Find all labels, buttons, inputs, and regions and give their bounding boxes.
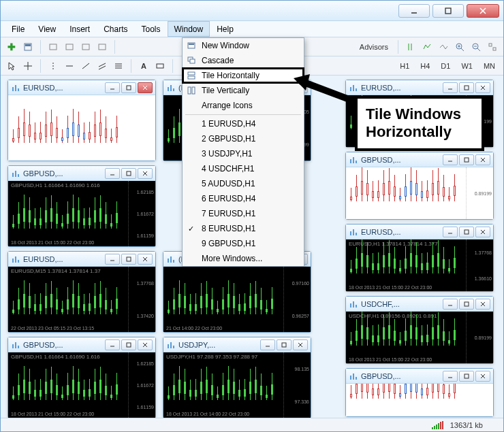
- indicator-btn-1[interactable]: [404, 40, 418, 54]
- tool-button-1[interactable]: [46, 40, 60, 54]
- chart-icon: [349, 155, 358, 165]
- tf-mn[interactable]: MN: [479, 62, 499, 70]
- dd-tile-vertically[interactable]: Tile Vertically: [183, 83, 304, 98]
- menu-window[interactable]: Window: [168, 21, 210, 37]
- chart-maximize-button[interactable]: [459, 227, 474, 237]
- zoom-in-button[interactable]: [453, 40, 467, 54]
- chart-close-button[interactable]: [475, 299, 490, 310]
- menu-help[interactable]: Help: [210, 21, 240, 37]
- indicator-btn-2[interactable]: [420, 40, 434, 54]
- chart-minimize-button[interactable]: [105, 339, 120, 350]
- chart-maximize-button[interactable]: [459, 299, 474, 310]
- tool-button-2[interactable]: [63, 40, 76, 54]
- close-button[interactable]: [467, 4, 499, 18]
- tf-d1[interactable]: D1: [437, 62, 454, 70]
- menu-insert[interactable]: Insert: [63, 21, 97, 37]
- dd-win-5[interactable]: 5 AUDUSD,H1: [183, 176, 304, 191]
- dd-win-9[interactable]: 9 GBPUSD,H1: [183, 236, 304, 251]
- zoom-out-button[interactable]: [469, 40, 483, 54]
- dd-win-7[interactable]: 7 EURUSD,H1: [183, 206, 304, 221]
- chart-maximize-button[interactable]: [121, 82, 136, 93]
- chart-minimize-button[interactable]: [105, 254, 120, 265]
- dd-tile-horizontally[interactable]: Tile Horizontally: [183, 68, 304, 83]
- trendline-tool[interactable]: [79, 59, 93, 73]
- chart-window[interactable]: GBPUSD,...GBPUSD,H1 1.61664 1.61690 1.61…: [7, 337, 156, 418]
- price-scale: 0.89199: [466, 312, 492, 363]
- minimize-button[interactable]: [398, 4, 430, 18]
- chart-close-button[interactable]: [475, 154, 490, 165]
- chart-minimize-button[interactable]: [443, 154, 458, 165]
- crosshair-tool[interactable]: [21, 59, 35, 73]
- tf-w1[interactable]: W1: [457, 62, 477, 70]
- chart-close-button[interactable]: [475, 227, 490, 237]
- chart-close-button[interactable]: [475, 371, 490, 382]
- menu-tools[interactable]: Tools: [135, 21, 168, 37]
- chart-maximize-button[interactable]: [459, 82, 474, 93]
- chart-maximize-button[interactable]: [121, 254, 136, 265]
- svg-rect-103: [350, 303, 351, 308]
- chart-maximize-button[interactable]: [121, 168, 136, 179]
- tool-button-ex[interactable]: [486, 40, 499, 54]
- svg-marker-126: [294, 74, 310, 90]
- menu-file[interactable]: File: [5, 21, 31, 37]
- new-chart-button[interactable]: ✚: [5, 40, 18, 54]
- expert-advisors-label[interactable]: Advisors: [356, 43, 392, 51]
- chart-close-button[interactable]: [138, 339, 153, 350]
- vline-tool[interactable]: [46, 59, 60, 73]
- text-tool[interactable]: A: [137, 59, 151, 73]
- chart-minimize-button[interactable]: [443, 371, 458, 382]
- dd-cascade[interactable]: Cascade: [183, 53, 304, 68]
- chart-close-button[interactable]: [475, 82, 490, 93]
- chart-minimize-button[interactable]: [443, 299, 458, 310]
- profile-button[interactable]: [21, 40, 35, 54]
- dd-win-8[interactable]: ✓8 EURUSD,H1: [183, 221, 304, 236]
- fibo-tool[interactable]: [112, 59, 125, 73]
- dd-new-window[interactable]: New Window: [183, 38, 304, 53]
- svg-marker-21: [9, 63, 14, 70]
- chart-minimize-button[interactable]: [105, 82, 120, 93]
- dd-arrange-icons[interactable]: Arrange Icons: [183, 98, 304, 113]
- indicator-btn-3[interactable]: [437, 40, 450, 54]
- tool-button-3[interactable]: [79, 40, 93, 54]
- dd-win-3[interactable]: 3 USDJPY,H1: [183, 146, 304, 161]
- chart-maximize-button[interactable]: [459, 371, 474, 382]
- chart-close-button[interactable]: [293, 339, 308, 350]
- chart-window[interactable]: EURUSD,...: [7, 80, 156, 161]
- maximize-button[interactable]: [432, 4, 464, 18]
- dd-win-1[interactable]: 1 EURUSD,H4: [183, 116, 304, 131]
- dd-more-windows[interactable]: More Windows...: [183, 251, 304, 266]
- tool-button-4[interactable]: [95, 40, 109, 54]
- chart-window[interactable]: EURUSD,...EURUSD,M15 1.37814 1.37814 1.3…: [7, 251, 156, 333]
- dd-label: 1 EURUSD,H4: [202, 119, 255, 129]
- tf-h1[interactable]: H1: [396, 62, 413, 70]
- dd-win-6[interactable]: 6 EURUSD,H4: [183, 191, 304, 206]
- svg-rect-37: [127, 86, 131, 90]
- hline-tool[interactable]: [63, 59, 76, 73]
- chart-minimize-button[interactable]: [260, 339, 275, 350]
- chart-maximize-button[interactable]: [121, 339, 136, 350]
- channel-tool[interactable]: [95, 59, 109, 73]
- chart-window[interactable]: USDCHF,...USDCHF,H1 0.89156 0.89201 0.89…: [345, 296, 494, 364]
- chart-close-button[interactable]: [138, 168, 153, 179]
- svg-rect-86: [464, 86, 469, 90]
- chart-minimize-button[interactable]: [443, 227, 458, 237]
- chart-window[interactable]: USDJPY,...USDJPY,H1 97.288 97.353 97.288…: [163, 337, 311, 418]
- menu-charts[interactable]: Charts: [97, 21, 134, 37]
- chart-close-button[interactable]: [138, 82, 153, 93]
- chart-window[interactable]: EURUSD,...EURUSD,H1 1.37814 1.37814 1.37…: [345, 224, 494, 292]
- chart-window[interactable]: GBPUSD,...0.89199: [345, 152, 494, 220]
- chart-close-button[interactable]: [138, 254, 153, 265]
- tf-h4[interactable]: H4: [416, 62, 434, 70]
- text-label-tool[interactable]: [153, 59, 167, 73]
- dd-win-2[interactable]: 2 GBPUSD,H1: [183, 131, 304, 146]
- chart-maximize-button[interactable]: [277, 339, 292, 350]
- dd-win-4[interactable]: 4 USDCHF,H1: [183, 161, 304, 176]
- cursor-tool[interactable]: [5, 59, 18, 73]
- chart-minimize-button[interactable]: [105, 168, 120, 179]
- chart-window[interactable]: GBPUSD,...: [345, 368, 494, 417]
- svg-rect-47: [12, 259, 14, 263]
- menu-view[interactable]: View: [31, 21, 63, 37]
- chart-minimize-button[interactable]: [443, 82, 458, 93]
- chart-maximize-button[interactable]: [459, 154, 474, 165]
- chart-window[interactable]: GBPUSD,...GBPUSD,H1 1.61664 1.61690 1.61…: [7, 165, 156, 247]
